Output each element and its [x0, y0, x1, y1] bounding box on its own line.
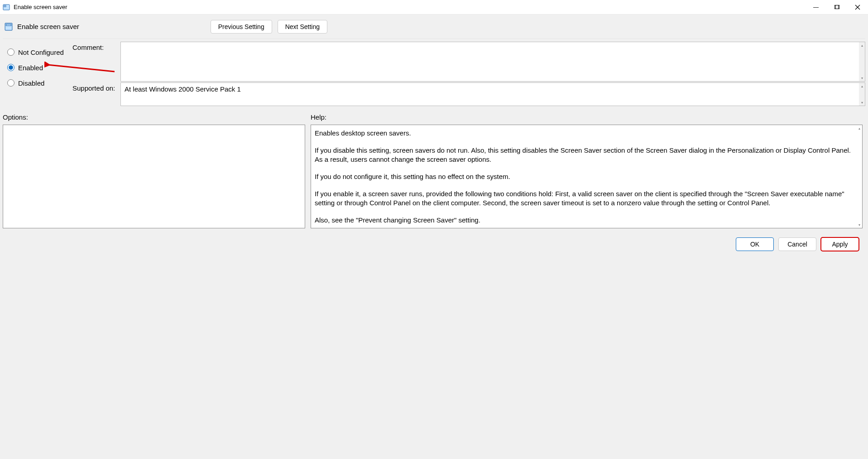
comment-text[interactable] — [121, 42, 859, 81]
help-column: Help: Enables desktop screen savers. If … — [311, 113, 863, 228]
radio-not-configured[interactable]: Not Configured — [7, 44, 72, 60]
svg-rect-1 — [4, 5, 6, 7]
comment-field[interactable]: ▴ ▾ — [120, 42, 865, 82]
radio-enabled-label: Enabled — [18, 64, 43, 72]
supported-scrollbar[interactable]: ▴ ▾ — [859, 83, 865, 106]
policy-editor-window: Enable screen saver — Enable screen save… — [0, 0, 868, 459]
radio-disabled[interactable]: Disabled — [7, 75, 72, 91]
radio-enabled[interactable]: Enabled — [7, 60, 72, 75]
help-text: Enables desktop screen savers. If you di… — [311, 125, 862, 228]
footer-buttons: OK Cancel Apply — [3, 232, 865, 256]
scroll-up-icon[interactable]: ▴ — [859, 42, 865, 48]
comment-label: Comment: — [72, 42, 120, 82]
state-radios: Not Configured Enabled — [7, 42, 72, 106]
scroll-down-icon[interactable]: ▾ — [859, 75, 865, 81]
policy-icon — [5, 23, 13, 31]
scroll-up-icon[interactable]: ▴ — [856, 125, 862, 131]
supported-on-label: Supported on: — [72, 82, 120, 106]
cancel-button[interactable]: Cancel — [778, 237, 816, 251]
supported-on-field: At least Windows 2000 Service Pack 1 ▴ ▾ — [120, 82, 865, 106]
maximize-button[interactable] — [826, 0, 847, 14]
comment-scrollbar[interactable]: ▴ ▾ — [859, 42, 865, 81]
titlebar: Enable screen saver — — [0, 0, 868, 14]
supported-on-text: At least Windows 2000 Service Pack 1 — [121, 83, 859, 106]
help-label: Help: — [311, 113, 863, 121]
field-labels: Comment: Supported on: — [72, 42, 120, 106]
next-setting-button[interactable]: Next Setting — [278, 20, 327, 34]
options-column: Options: — [3, 113, 305, 228]
panels-row: Options: Help: Enables desktop screen sa… — [3, 106, 865, 232]
radio-not-configured-input[interactable] — [7, 48, 14, 56]
radio-not-configured-label: Not Configured — [18, 48, 64, 56]
help-scrollbar[interactable]: ▴ ▾ — [856, 125, 862, 228]
apply-button[interactable]: Apply — [821, 237, 859, 251]
close-button[interactable] — [847, 0, 868, 14]
content-area: Enable screen saver Previous Setting Nex… — [0, 14, 868, 459]
window-title: Enable screen saver — [14, 4, 806, 10]
scroll-up-icon[interactable]: ▴ — [859, 83, 865, 89]
field-values: ▴ ▾ At least Windows 2000 Service Pack 1… — [120, 42, 865, 106]
help-panel: Enables desktop screen savers. If you di… — [311, 125, 863, 228]
options-label: Options: — [3, 113, 305, 121]
svg-rect-3 — [836, 5, 839, 9]
scroll-down-icon[interactable]: ▾ — [859, 99, 865, 106]
options-panel — [3, 125, 305, 228]
scroll-down-icon[interactable]: ▾ — [856, 222, 862, 228]
ok-button[interactable]: OK — [736, 237, 774, 251]
svg-rect-5 — [6, 24, 11, 25]
radio-disabled-input[interactable] — [7, 79, 14, 87]
app-icon — [3, 4, 10, 11]
header-row: Enable screen saver Previous Setting Nex… — [3, 14, 865, 39]
previous-setting-button[interactable]: Previous Setting — [211, 20, 272, 34]
window-controls: — — [806, 0, 868, 14]
policy-title: Enable screen saver — [17, 23, 79, 30]
radio-disabled-label: Disabled — [18, 79, 44, 87]
svg-rect-2 — [835, 5, 839, 9]
nav-buttons: Previous Setting Next Setting — [211, 20, 327, 34]
minimize-button[interactable]: — — [806, 0, 826, 14]
config-row: Not Configured Enabled — [3, 39, 865, 106]
radio-enabled-input[interactable] — [7, 64, 14, 71]
